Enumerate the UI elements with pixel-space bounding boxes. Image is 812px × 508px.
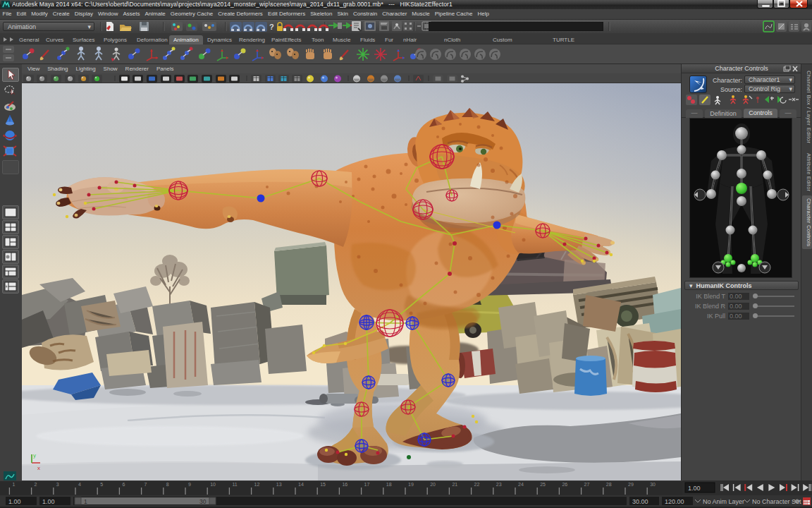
svg-text:22: 22 [474,482,480,487]
svg-text:15: 15 [320,482,326,487]
svg-text:9: 9 [188,482,191,487]
svg-text:27: 27 [584,482,590,487]
svg-text:?: ? [269,23,274,31]
svg-text:1.00: 1.00 [42,498,55,505]
svg-text:7: 7 [144,482,147,487]
svg-text:y: y [33,452,36,459]
svg-text:21: 21 [452,482,457,487]
svg-text:6: 6 [122,482,125,487]
svg-text:No Anim Layer: No Anim Layer [703,498,744,505]
svg-text:1: 1 [12,482,15,487]
svg-text:2: 2 [35,482,37,487]
svg-text:30.00: 30.00 [632,498,648,505]
svg-text:x: x [37,465,40,471]
svg-text:17: 17 [364,482,370,487]
svg-text:26: 26 [562,482,567,487]
svg-text:24: 24 [518,482,524,487]
svg-text:23: 23 [496,482,502,487]
svg-text:20: 20 [430,482,436,487]
svg-text:No Character Set: No Character Set [752,498,801,505]
svg-text:16: 16 [342,482,347,487]
svg-text:120.00: 120.00 [665,498,684,505]
svg-text:1: 1 [84,498,87,505]
svg-text:14: 14 [298,482,304,487]
svg-text:28: 28 [606,482,612,487]
svg-text:5: 5 [100,482,103,487]
svg-text:19: 19 [408,482,414,487]
svg-text:30: 30 [650,482,656,487]
svg-text:18: 18 [386,482,392,487]
svg-text:29: 29 [628,482,634,487]
svg-text:13: 13 [276,482,282,487]
svg-text:8: 8 [166,482,169,487]
svg-text:1.00: 1.00 [8,498,21,505]
svg-text:10: 10 [210,482,216,487]
svg-text:30: 30 [199,498,207,505]
svg-text:25: 25 [540,482,546,487]
svg-text:4: 4 [78,482,81,487]
svg-text:1.00: 1.00 [688,485,701,492]
svg-text:12: 12 [254,482,260,487]
svg-text:11: 11 [232,482,237,487]
svg-text:3: 3 [56,482,59,487]
